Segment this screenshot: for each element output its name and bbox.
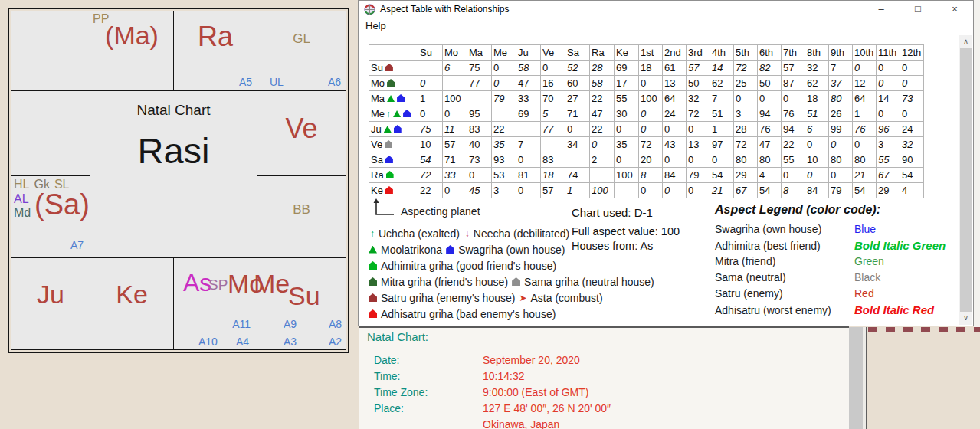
minimize-button[interactable]: – bbox=[863, 1, 900, 18]
aspect-value-cell: 0 bbox=[443, 106, 467, 122]
aspect-value-cell: 77 bbox=[541, 122, 565, 137]
aspect-value-cell: 100 bbox=[639, 91, 663, 106]
scroll-down-icon[interactable]: ∨ bbox=[959, 312, 972, 325]
aspect-value-cell: 0 bbox=[443, 183, 467, 198]
rasi-cell: As SP Mo A11 A10 A4 bbox=[174, 258, 257, 349]
rasi-cell: Ra A5 bbox=[174, 11, 257, 90]
aspect-value-cell: 96 bbox=[877, 122, 900, 137]
scrollbar-thumb[interactable] bbox=[960, 48, 972, 312]
aspect-value-cell: 0 bbox=[805, 168, 829, 183]
house-icon bbox=[397, 94, 405, 102]
maximize-button[interactable]: □ bbox=[900, 1, 936, 18]
aspect-value-cell: 14 bbox=[710, 61, 734, 76]
right-edge-strip bbox=[974, 0, 980, 327]
aspect-value-cell: 0 bbox=[663, 152, 687, 168]
background-scrollbar-thumb[interactable] bbox=[849, 327, 863, 429]
aspect-value-cell: 45 bbox=[467, 183, 492, 198]
column-header: Sa bbox=[565, 45, 590, 61]
house-icon bbox=[369, 293, 377, 302]
aspect-value-cell: 94 bbox=[782, 122, 805, 137]
scroll-up-icon[interactable]: ∧ bbox=[959, 35, 972, 48]
column-header: 1st bbox=[639, 45, 663, 61]
aspect-value-cell: 72 bbox=[639, 137, 663, 152]
natal-label-place: Place: bbox=[374, 402, 404, 414]
natal-label-timezone: Time Zone: bbox=[374, 386, 428, 398]
arudha-label: A11 bbox=[232, 318, 251, 330]
aspect-value-cell: 18 bbox=[541, 168, 565, 183]
aspect-value-cell: 72 bbox=[687, 106, 710, 122]
legend-line: Satru griha (enemy's house)➤Asta (combus… bbox=[369, 290, 654, 306]
aspect-legend-row: Sama (neutral)Black bbox=[715, 271, 946, 287]
aspect-legend-label: Adhimitra (best friend) bbox=[715, 240, 854, 252]
aspect-value-cell: 62 bbox=[805, 76, 829, 91]
aspect-value-cell: 54 bbox=[758, 183, 782, 198]
column-header: 6th bbox=[758, 45, 782, 61]
planet-saturn: (Sa) bbox=[34, 188, 90, 221]
clipped-text-strip bbox=[868, 327, 980, 332]
legend-text: Moolatrikona bbox=[381, 244, 442, 256]
house-icon bbox=[385, 140, 392, 148]
chart-point-hl: HL bbox=[14, 178, 29, 191]
column-header: 5th bbox=[734, 45, 758, 61]
app-icon[interactable] bbox=[364, 4, 375, 15]
aspect-value-cell: 71 bbox=[565, 106, 590, 122]
aspect-value-cell: 0 bbox=[639, 183, 663, 198]
aspect-value-cell bbox=[418, 61, 443, 76]
aspect-value-cell: 100 bbox=[443, 91, 467, 106]
natal-value-date: September 20, 2020 bbox=[483, 354, 580, 366]
aspect-value-cell: 73 bbox=[900, 91, 924, 106]
legend-text: Satru griha (enemy's house) bbox=[381, 292, 515, 304]
aspect-value-cell: 55 bbox=[877, 152, 900, 168]
menu-bar: Help bbox=[359, 18, 973, 34]
aspect-value-cell: 27 bbox=[565, 91, 590, 106]
aspect-value-cell: 71 bbox=[443, 152, 467, 168]
planet-row-header: Mo bbox=[369, 76, 418, 91]
aspect-value-cell: 76 bbox=[758, 122, 782, 137]
window-content: SuMoMaMeJuVeSaRaKe1st2nd3rd4th5th6th7th8… bbox=[359, 34, 973, 326]
aspect-value-cell: 16 bbox=[541, 76, 565, 91]
aspect-value-cell: 3 bbox=[877, 137, 900, 152]
aspect-value-cell: 100 bbox=[590, 183, 615, 198]
natal-value-coordinates: 127 E 48' 00″, 26 N 20' 00″ bbox=[483, 402, 611, 414]
column-header: 2nd bbox=[663, 45, 687, 61]
aspect-legend-label: Satru (enemy) bbox=[715, 287, 854, 300]
legend-text: Neecha (debilitated) bbox=[474, 228, 569, 240]
house-icon bbox=[386, 171, 394, 178]
exalted-arrow-icon: ↑ bbox=[386, 109, 391, 120]
rasi-cell: BB bbox=[257, 176, 346, 257]
title-bar: Aspect Table with Relationships – □ × bbox=[359, 1, 973, 18]
rasi-cell-empty bbox=[11, 11, 90, 90]
aspect-value-cell: 0 bbox=[663, 122, 687, 137]
arudha-label: A10 bbox=[198, 336, 218, 348]
legend-text: Adhisatru griha (bad enemy's house) bbox=[381, 308, 556, 320]
aspect-value-cell: 18 bbox=[805, 91, 829, 106]
planet-row-header: Su bbox=[369, 61, 418, 76]
aspect-value-cell: 76 bbox=[782, 106, 805, 122]
aspect-value-cell: 0 bbox=[516, 183, 541, 198]
planet-row-header: Ju bbox=[369, 122, 418, 137]
aspect-value-cell: 1 bbox=[418, 91, 443, 106]
background-scrollbar[interactable] bbox=[849, 327, 867, 429]
aspect-legend-value: Black bbox=[854, 271, 880, 283]
aspect-value-cell: 0 bbox=[541, 61, 565, 76]
planet-row-header: Ra bbox=[369, 168, 418, 183]
aspect-value-cell: 8 bbox=[639, 168, 663, 183]
aspect-value-cell: 50 bbox=[758, 76, 782, 91]
rasi-cell: Ju bbox=[11, 258, 90, 349]
close-button[interactable]: × bbox=[936, 1, 973, 18]
natal-value-time: 10:14:32 bbox=[483, 370, 525, 382]
aspect-value-cell: 13 bbox=[687, 137, 710, 152]
rasi-cell: GL UL A6 bbox=[257, 11, 346, 90]
aspect-row: Mo07704716605817013506225508762371200 bbox=[369, 76, 924, 91]
rasi-center-cell: Natal Chart Rasi bbox=[90, 91, 257, 257]
aspect-value-cell: 67 bbox=[877, 168, 900, 183]
menu-help[interactable]: Help bbox=[361, 20, 391, 31]
window-scrollbar[interactable]: ∧ ∨ bbox=[959, 35, 972, 325]
column-header: 3rd bbox=[687, 45, 710, 61]
aspect-value-cell: 2 bbox=[590, 152, 615, 168]
planet-row-header: Ma bbox=[369, 91, 418, 106]
house-icon bbox=[369, 261, 377, 270]
aspect-value-cell bbox=[590, 168, 615, 183]
aspecting-planet-label: Aspecting planet bbox=[401, 205, 480, 218]
aspect-value-cell: 28 bbox=[734, 122, 758, 137]
